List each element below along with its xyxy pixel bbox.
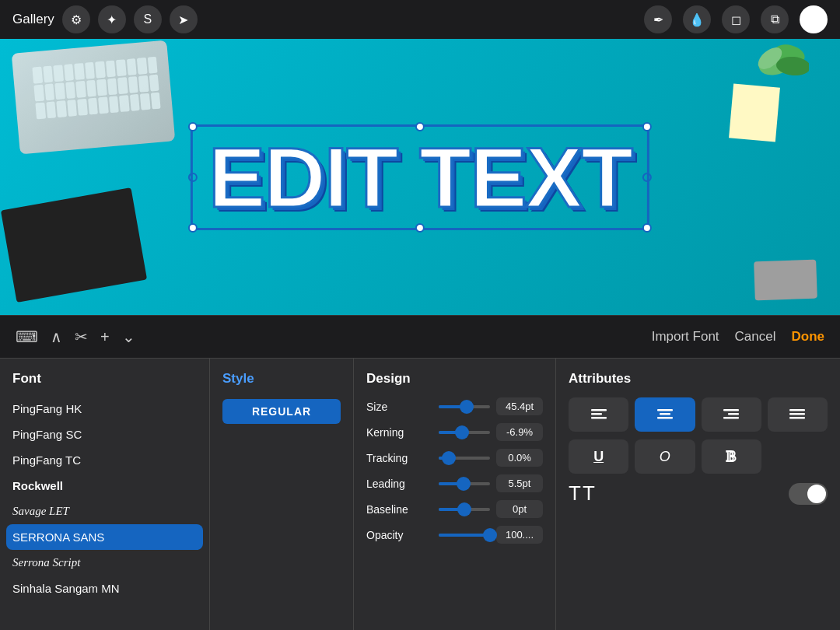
- gray-object-decoration: [754, 260, 817, 301]
- align-justify-button[interactable]: [768, 397, 828, 432]
- top-bar-left: Gallery ⚙ ✦ S ➤: [12, 5, 198, 33]
- baseline-value: 0pt: [496, 500, 543, 518]
- done-button[interactable]: Done: [792, 329, 825, 345]
- handle-mr[interactable]: [642, 173, 652, 182]
- svg-rect-14: [789, 413, 805, 415]
- add-icon[interactable]: +: [100, 328, 110, 346]
- font-item-pingfang-tc[interactable]: PingFang TC: [0, 447, 209, 473]
- export-icon-btn[interactable]: ➤: [170, 5, 198, 33]
- handle-tl[interactable]: [188, 122, 198, 131]
- style-panel-title: Style: [222, 371, 341, 387]
- text-selection-border: EDIT TEXT: [191, 124, 649, 230]
- kerning-label: Kerning: [366, 426, 432, 439]
- align-center-button[interactable]: [635, 397, 695, 432]
- bottom-panel: Font PingFang HK PingFang SC PingFang TC…: [0, 358, 840, 630]
- notebook-decoration: [1, 187, 147, 303]
- svg-rect-13: [789, 409, 805, 411]
- font-item-pingfang-sc[interactable]: PingFang SC: [0, 422, 209, 447]
- chevron-up-icon[interactable]: ∧: [51, 327, 62, 346]
- baseline-slider[interactable]: [439, 508, 490, 511]
- color-swatch-btn[interactable]: [800, 5, 828, 33]
- tt-toggle-switch[interactable]: [789, 483, 828, 505]
- gallery-label[interactable]: Gallery: [12, 12, 54, 27]
- opacity-slider[interactable]: [439, 534, 490, 537]
- layers-icon-btn[interactable]: ⧉: [761, 5, 789, 33]
- svg-rect-9: [657, 417, 673, 419]
- dropdown-icon[interactable]: ⌄: [122, 327, 135, 346]
- tt-label: TT: [569, 481, 597, 506]
- leading-label: Leading: [366, 478, 432, 490]
- underline-button[interactable]: U: [569, 439, 628, 474]
- eraser-icon-btn[interactable]: ◻: [722, 5, 750, 33]
- cancel-button[interactable]: Cancel: [735, 329, 776, 345]
- size-value: 45.4pt: [496, 397, 543, 415]
- svg-rect-4: [591, 409, 607, 411]
- baseline-row: Baseline 0pt: [366, 500, 543, 518]
- tracking-label: Tracking: [366, 452, 432, 464]
- svg-rect-15: [789, 417, 805, 419]
- tracking-row: Tracking 0.0%: [366, 449, 543, 467]
- size-slider[interactable]: [439, 405, 490, 408]
- attributes-panel-title: Attributes: [569, 371, 828, 387]
- leading-slider[interactable]: [439, 482, 490, 485]
- design-panel-title: Design: [366, 371, 543, 387]
- tracking-slider[interactable]: [439, 457, 490, 460]
- formatting-toolbar: ⌨ ∧ ✂ + ⌄ Import Font Cancel Done: [0, 315, 840, 358]
- brush-icon-btn[interactable]: ✦: [98, 5, 126, 33]
- italic-button[interactable]: O: [635, 439, 695, 474]
- size-label: Size: [366, 401, 432, 413]
- scissors-icon[interactable]: ✂: [75, 327, 88, 346]
- edit-text-label: EDIT TEXT: [208, 135, 632, 220]
- kerning-value: -6.9%: [496, 423, 543, 441]
- font-item-serrona-sans[interactable]: SERRONA SANS: [6, 524, 203, 550]
- pen-icon-btn[interactable]: ✒: [644, 5, 672, 33]
- baseline-label: Baseline: [366, 503, 432, 516]
- toolbar-left: ⌨ ∧ ✂ + ⌄: [16, 327, 135, 346]
- svg-rect-12: [723, 417, 739, 419]
- underline-icon: U: [593, 449, 604, 465]
- font-item-sinhala[interactable]: Sinhala Sangam MN: [0, 576, 209, 601]
- align-left-button[interactable]: [569, 397, 628, 432]
- smudge-icon-btn[interactable]: S: [134, 5, 162, 33]
- sticky-note-decoration: [729, 84, 780, 142]
- attributes-panel: Attributes: [556, 359, 840, 630]
- svg-rect-5: [591, 413, 602, 415]
- handle-bl[interactable]: [188, 223, 198, 233]
- import-font-button[interactable]: Import Font: [652, 329, 719, 345]
- settings-icon-btn[interactable]: ⚙: [62, 5, 90, 33]
- font-item-snell[interactable]: Snell Roundhand: [0, 601, 209, 608]
- handle-tr[interactable]: [642, 122, 652, 131]
- font-item-rockwell[interactable]: Rockwell: [0, 473, 209, 499]
- alignment-row: [569, 397, 828, 432]
- svg-rect-11: [728, 413, 739, 415]
- align-right-button[interactable]: [702, 397, 761, 432]
- edit-text-container[interactable]: EDIT TEXT: [191, 124, 649, 230]
- font-panel-title: Font: [0, 371, 209, 396]
- font-list: PingFang HK PingFang SC PingFang TC Rock…: [0, 396, 209, 608]
- handle-tm[interactable]: [415, 122, 425, 131]
- kerning-slider[interactable]: [439, 431, 490, 434]
- toggle-knob: [807, 485, 826, 503]
- leading-row: Leading 5.5pt: [366, 474, 543, 492]
- canvas-area: EDIT TEXT: [0, 39, 840, 315]
- style-regular[interactable]: REGULAR: [222, 399, 341, 424]
- bold-outline-button[interactable]: B: [702, 439, 761, 474]
- handle-bm[interactable]: [415, 223, 425, 233]
- toolbar-right: Import Font Cancel Done: [652, 329, 824, 345]
- style-panel: Style REGULAR: [210, 359, 354, 630]
- font-item-pingfang-hk[interactable]: PingFang HK: [0, 396, 209, 422]
- opacity-label: Opacity: [366, 529, 432, 541]
- format-row: U O B: [569, 439, 828, 474]
- leading-value: 5.5pt: [496, 474, 543, 492]
- handle-ml[interactable]: [188, 173, 198, 182]
- eyedropper-icon-btn[interactable]: 💧: [683, 5, 711, 33]
- italic-icon: O: [660, 449, 670, 465]
- keyboard-icon[interactable]: ⌨: [16, 327, 38, 346]
- kerning-row: Kerning -6.9%: [366, 423, 543, 441]
- svg-rect-10: [723, 409, 739, 411]
- handle-br[interactable]: [642, 223, 652, 233]
- svg-rect-6: [591, 417, 607, 419]
- font-item-serrona-script[interactable]: Serrona Script: [0, 550, 209, 576]
- opacity-row: Opacity 100....: [366, 526, 543, 544]
- font-item-savage[interactable]: Savage LET: [0, 499, 209, 524]
